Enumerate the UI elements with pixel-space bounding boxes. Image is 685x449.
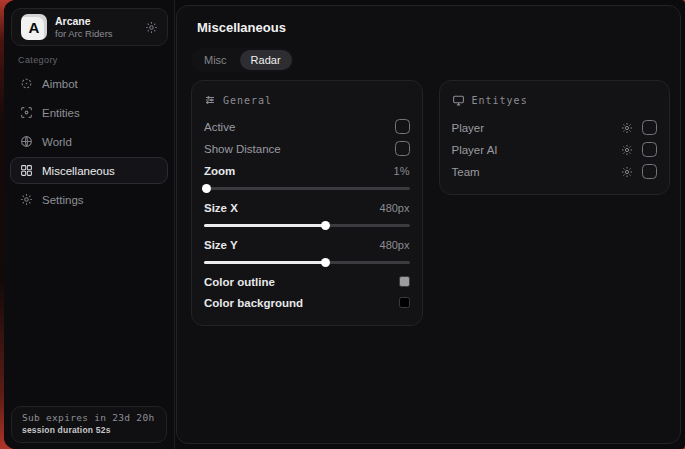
sidebar-item-label: Entities bbox=[42, 107, 80, 119]
slider-track bbox=[204, 187, 410, 190]
slider-fill bbox=[204, 261, 325, 264]
size-x-slider[interactable] bbox=[204, 219, 410, 231]
slider-thumb[interactable] bbox=[321, 258, 330, 267]
row-color-background: Color background bbox=[204, 292, 410, 313]
monitor-icon bbox=[452, 94, 465, 107]
app-window: A Arcane for Arc Riders Category bbox=[4, 0, 685, 449]
card-title: Entityes bbox=[472, 95, 528, 106]
row-label: Player bbox=[452, 122, 485, 134]
row-size-x: Size X 480px bbox=[204, 197, 410, 218]
gear-icon bbox=[20, 193, 33, 206]
row-label: Size Y bbox=[204, 239, 238, 251]
row-label: Player AI bbox=[452, 144, 498, 156]
entities-card-header: Entityes bbox=[452, 94, 658, 107]
sidebar-item-settings[interactable]: Settings bbox=[10, 186, 168, 213]
brand-logo: A bbox=[21, 14, 47, 40]
page-title: Miscellaneous bbox=[197, 20, 286, 35]
sidebar-item-aimbot[interactable]: Aimbot bbox=[10, 70, 168, 97]
session-duration-text: session duration 52s bbox=[22, 425, 156, 435]
scan-eye-icon bbox=[20, 106, 33, 119]
gear-icon[interactable] bbox=[621, 144, 633, 156]
gear-icon[interactable] bbox=[621, 122, 633, 134]
size-y-slider[interactable] bbox=[204, 256, 410, 268]
category-label: Category bbox=[18, 55, 58, 65]
row-label: Color outline bbox=[204, 276, 275, 288]
sidebar: A Arcane for Arc Riders Category bbox=[4, 0, 175, 449]
brand-card: A Arcane for Arc Riders bbox=[11, 8, 168, 46]
brand-name: Arcane bbox=[55, 15, 137, 28]
sidebar-item-world[interactable]: World bbox=[10, 128, 168, 155]
gear-icon[interactable] bbox=[145, 21, 158, 34]
size-x-value: 480px bbox=[380, 202, 410, 214]
tab-bar: Misc Radar bbox=[191, 48, 294, 72]
brand-subtitle: for Arc Riders bbox=[55, 28, 137, 40]
tab-radar[interactable]: Radar bbox=[240, 50, 292, 70]
row-label: Team bbox=[452, 166, 480, 178]
outline-color-swatch[interactable] bbox=[399, 276, 410, 287]
sliders-icon bbox=[204, 94, 216, 106]
row-label: Show Distance bbox=[204, 143, 281, 155]
entities-card: Entityes Player P bbox=[439, 80, 671, 195]
sidebar-item-label: Settings bbox=[42, 194, 84, 206]
row-label: Zoom bbox=[204, 165, 235, 177]
background-color-swatch[interactable] bbox=[399, 297, 410, 308]
sidebar-item-label: World bbox=[42, 136, 72, 148]
slider-thumb[interactable] bbox=[321, 221, 330, 230]
gear-icon[interactable] bbox=[621, 166, 633, 178]
row-label: Color background bbox=[204, 297, 303, 309]
show-distance-checkbox[interactable] bbox=[395, 141, 410, 156]
sidebar-item-entities[interactable]: Entities bbox=[10, 99, 168, 126]
zoom-value: 1% bbox=[394, 165, 410, 177]
globe-icon bbox=[20, 135, 33, 148]
general-card: General Active Show Distance Zoom 1% bbox=[191, 80, 423, 326]
sidebar-item-miscellaneous[interactable]: Miscellaneous bbox=[10, 157, 168, 184]
row-color-outline: Color outline bbox=[204, 271, 410, 292]
cards-row: General Active Show Distance Zoom 1% bbox=[191, 80, 670, 326]
row-show-distance: Show Distance bbox=[204, 138, 410, 159]
row-zoom: Zoom 1% bbox=[204, 160, 410, 181]
card-title: General bbox=[223, 95, 272, 106]
player-checkbox[interactable] bbox=[642, 120, 657, 135]
subscription-info: Sub expires in 23d 20h session duration … bbox=[11, 406, 167, 443]
row-label: Size X bbox=[204, 202, 238, 214]
team-checkbox[interactable] bbox=[642, 164, 657, 179]
slider-fill bbox=[204, 224, 325, 227]
brand-text: Arcane for Arc Riders bbox=[55, 15, 137, 40]
row-player-ai: Player AI bbox=[452, 139, 658, 160]
zoom-slider[interactable] bbox=[204, 182, 410, 194]
sidebar-item-label: Miscellaneous bbox=[42, 165, 115, 177]
row-size-y: Size Y 480px bbox=[204, 234, 410, 255]
crosshair-icon bbox=[20, 77, 33, 90]
sidebar-nav: Aimbot Entities World bbox=[10, 70, 168, 213]
slider-thumb[interactable] bbox=[202, 184, 211, 193]
sidebar-item-label: Aimbot bbox=[42, 78, 78, 90]
main-panel: Miscellaneous Misc Radar General bbox=[176, 5, 681, 444]
size-y-value: 480px bbox=[380, 239, 410, 251]
tab-misc[interactable]: Misc bbox=[193, 50, 238, 70]
grid-icon bbox=[20, 164, 33, 177]
row-label: Active bbox=[204, 121, 235, 133]
sub-expiry-text: Sub expires in 23d 20h bbox=[22, 412, 156, 423]
player-ai-checkbox[interactable] bbox=[642, 142, 657, 157]
row-active: Active bbox=[204, 116, 410, 137]
active-checkbox[interactable] bbox=[395, 119, 410, 134]
row-team: Team bbox=[452, 161, 658, 182]
general-card-header: General bbox=[204, 94, 410, 106]
row-player: Player bbox=[452, 117, 658, 138]
